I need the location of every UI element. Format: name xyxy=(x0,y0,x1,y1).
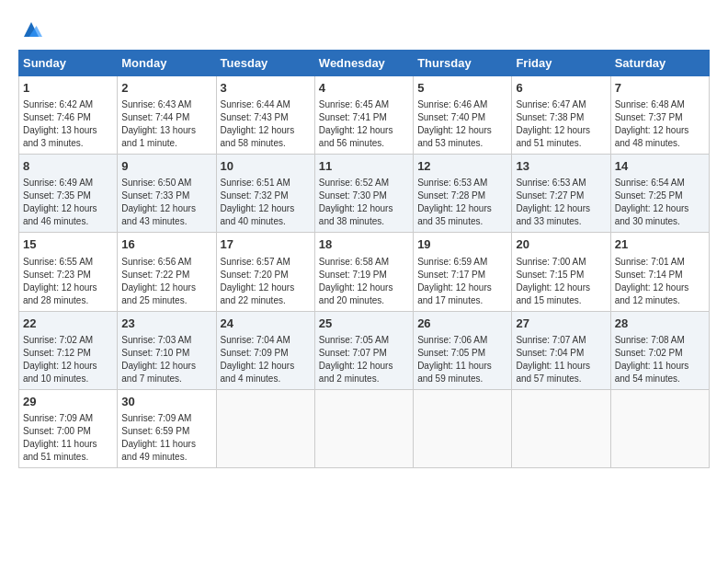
day-info: Sunrise: 6:56 AM Sunset: 7:22 PM Dayligh… xyxy=(121,256,211,307)
calendar-cell: 3Sunrise: 6:44 AM Sunset: 7:43 PM Daylig… xyxy=(216,76,314,155)
calendar-cell xyxy=(414,389,512,467)
day-info: Sunrise: 6:52 AM Sunset: 7:30 PM Dayligh… xyxy=(319,177,409,228)
day-number: 20 xyxy=(516,236,606,253)
day-number: 14 xyxy=(615,158,705,175)
day-info: Sunrise: 7:03 AM Sunset: 7:10 PM Dayligh… xyxy=(121,334,211,385)
day-number: 25 xyxy=(319,316,409,332)
page-header xyxy=(18,18,710,40)
day-number: 26 xyxy=(417,316,507,332)
weekday-header-tuesday: Tuesday xyxy=(216,51,314,76)
day-info: Sunrise: 6:42 AM Sunset: 7:46 PM Dayligh… xyxy=(23,98,113,150)
calendar-week-3: 15Sunrise: 6:55 AM Sunset: 7:23 PM Dayli… xyxy=(19,233,710,311)
day-number: 16 xyxy=(121,236,211,253)
calendar-cell: 2Sunrise: 6:43 AM Sunset: 7:44 PM Daylig… xyxy=(118,76,216,155)
day-info: Sunrise: 6:44 AM Sunset: 7:43 PM Dayligh… xyxy=(221,98,311,150)
calendar-cell: 22Sunrise: 7:02 AM Sunset: 7:12 PM Dayli… xyxy=(19,311,118,389)
day-info: Sunrise: 7:00 AM Sunset: 7:15 PM Dayligh… xyxy=(516,256,606,307)
day-number: 15 xyxy=(23,236,113,253)
day-info: Sunrise: 6:45 AM Sunset: 7:41 PM Dayligh… xyxy=(319,98,409,150)
day-number: 6 xyxy=(516,80,606,97)
day-number: 12 xyxy=(417,158,507,175)
calendar-cell: 8Sunrise: 6:49 AM Sunset: 7:35 PM Daylig… xyxy=(19,155,118,233)
weekday-header-sunday: Sunday xyxy=(19,51,118,76)
day-info: Sunrise: 6:58 AM Sunset: 7:19 PM Dayligh… xyxy=(319,256,409,307)
calendar-cell: 21Sunrise: 7:01 AM Sunset: 7:14 PM Dayli… xyxy=(610,233,709,311)
calendar-cell: 23Sunrise: 7:03 AM Sunset: 7:10 PM Dayli… xyxy=(118,311,216,389)
calendar-cell xyxy=(512,389,610,467)
logo-icon xyxy=(20,18,42,40)
calendar-cell: 18Sunrise: 6:58 AM Sunset: 7:19 PM Dayli… xyxy=(314,233,413,311)
calendar-cell: 10Sunrise: 6:51 AM Sunset: 7:32 PM Dayli… xyxy=(216,155,314,233)
day-number: 10 xyxy=(221,158,311,175)
day-info: Sunrise: 6:48 AM Sunset: 7:37 PM Dayligh… xyxy=(615,98,705,150)
calendar-week-5: 29Sunrise: 7:09 AM Sunset: 7:00 PM Dayli… xyxy=(19,389,710,467)
day-info: Sunrise: 6:55 AM Sunset: 7:23 PM Dayligh… xyxy=(23,256,113,307)
day-number: 24 xyxy=(221,316,311,332)
weekday-header-saturday: Saturday xyxy=(610,51,709,76)
day-info: Sunrise: 7:01 AM Sunset: 7:14 PM Dayligh… xyxy=(615,256,705,307)
calendar-cell: 20Sunrise: 7:00 AM Sunset: 7:15 PM Dayli… xyxy=(512,233,610,311)
day-number: 27 xyxy=(516,316,606,332)
calendar-cell: 12Sunrise: 6:53 AM Sunset: 7:28 PM Dayli… xyxy=(414,155,512,233)
calendar-week-2: 8Sunrise: 6:49 AM Sunset: 7:35 PM Daylig… xyxy=(19,155,710,233)
day-number: 18 xyxy=(319,236,409,253)
weekday-header-friday: Friday xyxy=(512,51,610,76)
day-number: 8 xyxy=(23,158,113,175)
logo xyxy=(18,18,42,40)
day-info: Sunrise: 6:49 AM Sunset: 7:35 PM Dayligh… xyxy=(23,177,113,228)
calendar-cell: 13Sunrise: 6:53 AM Sunset: 7:27 PM Dayli… xyxy=(512,155,610,233)
calendar-week-4: 22Sunrise: 7:02 AM Sunset: 7:12 PM Dayli… xyxy=(19,311,710,389)
day-number: 17 xyxy=(221,236,311,253)
day-info: Sunrise: 6:54 AM Sunset: 7:25 PM Dayligh… xyxy=(615,177,705,228)
day-info: Sunrise: 7:07 AM Sunset: 7:04 PM Dayligh… xyxy=(516,334,606,385)
day-number: 23 xyxy=(121,316,211,332)
day-number: 2 xyxy=(121,80,211,97)
calendar-cell xyxy=(610,389,709,467)
calendar-cell: 6Sunrise: 6:47 AM Sunset: 7:38 PM Daylig… xyxy=(512,76,610,155)
day-info: Sunrise: 6:50 AM Sunset: 7:33 PM Dayligh… xyxy=(121,177,211,228)
calendar-cell: 30Sunrise: 7:09 AM Sunset: 6:59 PM Dayli… xyxy=(118,389,216,467)
calendar-cell: 26Sunrise: 7:06 AM Sunset: 7:05 PM Dayli… xyxy=(414,311,512,389)
day-number: 19 xyxy=(417,236,507,253)
calendar-cell xyxy=(314,389,413,467)
day-info: Sunrise: 7:02 AM Sunset: 7:12 PM Dayligh… xyxy=(23,334,113,385)
calendar-table: SundayMondayTuesdayWednesdayThursdayFrid… xyxy=(18,50,710,468)
day-number: 21 xyxy=(615,236,705,253)
calendar-cell: 19Sunrise: 6:59 AM Sunset: 7:17 PM Dayli… xyxy=(414,233,512,311)
calendar-week-1: 1Sunrise: 6:42 AM Sunset: 7:46 PM Daylig… xyxy=(19,76,710,155)
day-number: 13 xyxy=(516,158,606,175)
calendar-cell: 24Sunrise: 7:04 AM Sunset: 7:09 PM Dayli… xyxy=(216,311,314,389)
calendar-cell: 27Sunrise: 7:07 AM Sunset: 7:04 PM Dayli… xyxy=(512,311,610,389)
calendar-cell: 4Sunrise: 6:45 AM Sunset: 7:41 PM Daylig… xyxy=(314,76,413,155)
day-number: 22 xyxy=(23,316,113,332)
calendar-cell: 25Sunrise: 7:05 AM Sunset: 7:07 PM Dayli… xyxy=(314,311,413,389)
day-info: Sunrise: 7:05 AM Sunset: 7:07 PM Dayligh… xyxy=(319,334,409,385)
day-number: 9 xyxy=(121,158,211,175)
day-number: 29 xyxy=(23,394,113,410)
calendar-cell: 16Sunrise: 6:56 AM Sunset: 7:22 PM Dayli… xyxy=(118,233,216,311)
calendar-cell: 15Sunrise: 6:55 AM Sunset: 7:23 PM Dayli… xyxy=(19,233,118,311)
day-info: Sunrise: 6:59 AM Sunset: 7:17 PM Dayligh… xyxy=(417,256,507,307)
day-info: Sunrise: 7:08 AM Sunset: 7:02 PM Dayligh… xyxy=(615,334,705,385)
day-number: 7 xyxy=(615,80,705,97)
calendar-cell: 28Sunrise: 7:08 AM Sunset: 7:02 PM Dayli… xyxy=(610,311,709,389)
weekday-header-wednesday: Wednesday xyxy=(314,51,413,76)
day-info: Sunrise: 6:57 AM Sunset: 7:20 PM Dayligh… xyxy=(221,256,311,307)
calendar-cell: 7Sunrise: 6:48 AM Sunset: 7:37 PM Daylig… xyxy=(610,76,709,155)
weekday-header-row: SundayMondayTuesdayWednesdayThursdayFrid… xyxy=(19,51,710,76)
day-info: Sunrise: 6:53 AM Sunset: 7:27 PM Dayligh… xyxy=(516,177,606,228)
day-info: Sunrise: 7:04 AM Sunset: 7:09 PM Dayligh… xyxy=(221,334,311,385)
day-number: 11 xyxy=(319,158,409,175)
calendar-cell: 9Sunrise: 6:50 AM Sunset: 7:33 PM Daylig… xyxy=(118,155,216,233)
calendar-cell: 17Sunrise: 6:57 AM Sunset: 7:20 PM Dayli… xyxy=(216,233,314,311)
day-info: Sunrise: 6:53 AM Sunset: 7:28 PM Dayligh… xyxy=(417,177,507,228)
day-info: Sunrise: 7:09 AM Sunset: 7:00 PM Dayligh… xyxy=(23,412,113,464)
day-number: 3 xyxy=(221,80,311,97)
day-info: Sunrise: 6:46 AM Sunset: 7:40 PM Dayligh… xyxy=(417,98,507,150)
day-number: 30 xyxy=(121,394,211,410)
calendar-cell: 5Sunrise: 6:46 AM Sunset: 7:40 PM Daylig… xyxy=(414,76,512,155)
calendar-cell: 1Sunrise: 6:42 AM Sunset: 7:46 PM Daylig… xyxy=(19,76,118,155)
day-number: 1 xyxy=(23,80,113,97)
day-info: Sunrise: 7:06 AM Sunset: 7:05 PM Dayligh… xyxy=(417,334,507,385)
calendar-cell: 11Sunrise: 6:52 AM Sunset: 7:30 PM Dayli… xyxy=(314,155,413,233)
